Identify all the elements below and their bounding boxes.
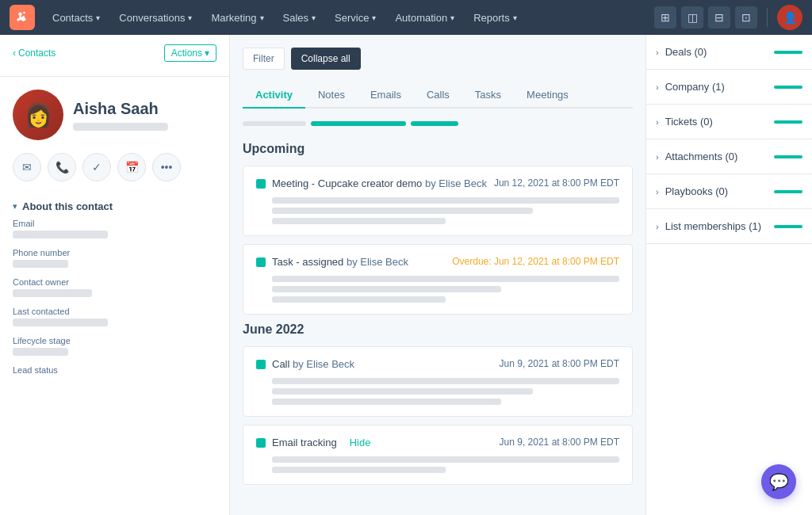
deals-title: Deals (0): [665, 46, 707, 58]
right-section-deals: › Deals (0): [646, 35, 812, 70]
tickets-section-header[interactable]: › Tickets (0): [646, 105, 812, 139]
upcoming-section-label: Upcoming: [243, 142, 633, 156]
owner-label: Contact owner: [13, 277, 216, 287]
chevron-right-icon: ›: [656, 117, 659, 127]
line-2: [272, 388, 533, 395]
attachments-section-header[interactable]: › Attachments (0): [646, 139, 812, 174]
collapse-all-button[interactable]: Collapse all: [291, 48, 361, 70]
chat-fab-button[interactable]: 💬: [761, 464, 796, 499]
last-contacted-field-item: Last contacted: [13, 307, 216, 326]
list-memberships-section-left: › List memberships (1): [656, 220, 761, 232]
task-action-button[interactable]: ✓: [82, 153, 111, 181]
email-content-lines: [272, 456, 619, 473]
email-field-item: Email: [13, 219, 216, 238]
contact-avatar: 👩: [13, 90, 63, 140]
deals-section-header[interactable]: › Deals (0): [646, 35, 812, 69]
breadcrumb-row: ‹ Contacts Actions ▾: [13, 44, 216, 62]
email-title-text: Email tracking: [272, 437, 337, 448]
lifecycle-label: Lifecycle stage: [13, 336, 216, 345]
about-section-header[interactable]: ▾ About this contact: [0, 191, 229, 219]
meeting-action-button[interactable]: 📅: [117, 153, 146, 181]
nav-icon-group: ⊞ ◫ ⊟ ⊡ 👤: [654, 5, 802, 30]
contact-profile: 👩 Aisha Saah: [0, 77, 229, 153]
more-action-button[interactable]: •••: [152, 153, 181, 181]
chevron-right-icon: ›: [656, 152, 659, 162]
user-avatar[interactable]: 👤: [777, 5, 802, 30]
activity-card-email: Email tracking Hide Jun 9, 2021 at 8:00 …: [243, 425, 633, 485]
task-content-lines: [272, 276, 619, 303]
progress-bar-gray: [243, 121, 306, 126]
tab-emails[interactable]: Emails: [358, 82, 414, 109]
progress-bars: [243, 121, 633, 126]
chevron-down-icon: ▾: [205, 48, 209, 59]
playbooks-title: Playbooks (0): [665, 185, 728, 197]
nav-service[interactable]: Service ▾: [327, 7, 384, 29]
activity-card-call: Call by Elise Beck Jun 9, 2021 at 8:00 P…: [243, 346, 633, 417]
back-to-contacts[interactable]: ‹ Contacts: [13, 48, 56, 59]
list-memberships-badge: [774, 225, 802, 228]
task-title-text: Task - assigned by Elise Beck: [272, 256, 408, 268]
nav-icon-btn-2[interactable]: ◫: [681, 6, 703, 29]
chevron-down-icon: ▾: [96, 13, 100, 22]
company-section-header[interactable]: › Company (1): [646, 70, 812, 104]
nav-icon-btn-4[interactable]: ⊡: [735, 6, 757, 29]
chevron-down-icon: ▾: [188, 13, 192, 22]
task-date-overdue: Overdue: Jun 12, 2021 at 8:00 PM EDT: [452, 256, 619, 267]
filter-button[interactable]: Filter: [243, 48, 285, 70]
line-2: [272, 467, 446, 473]
tab-activity[interactable]: Activity: [243, 82, 305, 109]
nav-marketing[interactable]: Marketing ▾: [203, 7, 271, 29]
right-section-playbooks: › Playbooks (0): [646, 174, 812, 209]
email-label: Email: [13, 219, 216, 228]
line-3: [272, 296, 446, 303]
activity-title-email: Email tracking Hide: [256, 437, 370, 448]
company-badge: [774, 86, 802, 89]
nav-sales[interactable]: Sales ▾: [275, 7, 324, 29]
activity-card-header-call: Call by Elise Beck Jun 9, 2021 at 8:00 P…: [256, 358, 619, 370]
playbooks-section-header[interactable]: › Playbooks (0): [646, 174, 812, 208]
playbooks-badge: [774, 190, 802, 193]
attachments-badge: [774, 155, 802, 158]
nav-icon-btn-3[interactable]: ⊟: [708, 6, 730, 29]
nav-reports[interactable]: Reports ▾: [465, 7, 525, 29]
email-hide-link[interactable]: Hide: [350, 437, 371, 448]
deals-section-left: › Deals (0): [656, 46, 707, 58]
call-title-text: Call by Elise Beck: [272, 358, 354, 370]
nav-automation[interactable]: Automation ▾: [387, 7, 462, 29]
june-section-label: June 2022: [243, 322, 633, 337]
company-title: Company (1): [665, 81, 725, 93]
hubspot-logo[interactable]: [10, 5, 35, 30]
actions-button[interactable]: Actions ▾: [164, 44, 216, 62]
contact-info: Aisha Saah: [73, 100, 168, 131]
contact-fields: Email Phone number Contact owner Last co…: [0, 219, 229, 375]
list-memberships-section-header[interactable]: › List memberships (1): [646, 209, 812, 243]
tab-meetings[interactable]: Meetings: [514, 82, 581, 109]
lifecycle-value-placeholder: [13, 348, 68, 356]
call-action-button[interactable]: 📞: [48, 153, 76, 181]
left-header: ‹ Contacts Actions ▾: [0, 35, 229, 77]
email-action-button[interactable]: ✉: [13, 153, 41, 181]
tab-tasks[interactable]: Tasks: [462, 82, 514, 109]
company-section-left: › Company (1): [656, 81, 725, 93]
about-section-title: About this contact: [22, 200, 113, 212]
chevron-left-icon: ‹: [13, 48, 16, 59]
activity-dot-call: [256, 360, 266, 369]
line-3: [272, 399, 501, 405]
tab-notes[interactable]: Notes: [305, 82, 358, 109]
tab-calls[interactable]: Calls: [414, 82, 462, 109]
nav-contacts[interactable]: Contacts ▾: [44, 7, 108, 29]
activity-title-meeting: Meeting - Cupcake creator demo by Elise …: [256, 177, 487, 189]
activity-title-task: Task - assigned by Elise Beck: [256, 256, 408, 268]
chevron-right-icon: ›: [656, 82, 659, 92]
email-date: Jun 9, 2021 at 8:00 PM EDT: [500, 437, 619, 448]
activity-dot-meeting: [256, 179, 266, 189]
top-navigation: Contacts ▾ Conversations ▾ Marketing ▾ S…: [0, 0, 812, 35]
activity-card-header-task: Task - assigned by Elise Beck Overdue: J…: [256, 256, 619, 268]
activity-card-header: Meeting - Cupcake creator demo by Elise …: [256, 177, 619, 189]
chat-icon: 💬: [769, 472, 789, 491]
progress-bar-teal2: [411, 121, 458, 126]
nav-icon-btn-1[interactable]: ⊞: [654, 6, 676, 29]
contact-name: Aisha Saah: [73, 100, 168, 118]
nav-conversations[interactable]: Conversations ▾: [111, 7, 200, 29]
chevron-down-icon: ▾: [450, 13, 454, 22]
